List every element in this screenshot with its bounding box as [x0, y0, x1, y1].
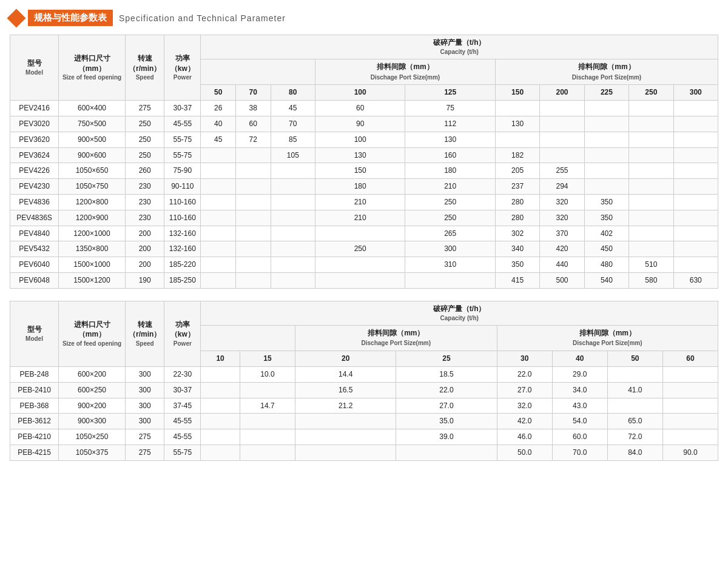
table2-cell — [201, 366, 240, 382]
table1-cell: 130 — [405, 132, 495, 147]
table1-cell — [271, 210, 315, 226]
table1-cell: 210 — [315, 194, 405, 210]
table1-cell: PEV4226 — [10, 163, 59, 179]
th-capacity1: 破碎产量（t/h） Capacity (t/h) — [201, 35, 718, 59]
table2-cell: 55-75 — [164, 445, 201, 460]
table1-cell — [629, 132, 673, 147]
table1-cell: 250 — [126, 132, 164, 147]
table1-cell — [629, 210, 673, 226]
table1-row: PEV48401200×1000200132-160265302370402 — [10, 226, 718, 241]
table1-row: PEV60481500×1200190185-25041550054058063… — [10, 272, 718, 288]
table1-cell: 275 — [126, 101, 164, 116]
table2-cell — [240, 382, 295, 398]
table1-cell: 45 — [271, 101, 315, 116]
table1-cell: 1200×800 — [59, 194, 126, 210]
table2-cell: 42.0 — [497, 414, 552, 429]
table1-cell: 130 — [315, 147, 405, 163]
table1-row: PEV3624900×60025055-75105130160182 — [10, 147, 718, 163]
table2-cell — [396, 445, 497, 460]
table2-cell — [295, 414, 396, 429]
table2-cell: 30-37 — [164, 382, 201, 398]
table2-cell: PEB-4215 — [10, 445, 59, 460]
table1-cell: 45-55 — [164, 116, 201, 132]
th-speed2: 转速 （r/min） Speed — [126, 301, 164, 366]
table1-cell — [540, 101, 584, 116]
table1-cell: 132-160 — [164, 241, 201, 257]
table1-row: PEV60401500×1000200185-22031035044048051… — [10, 257, 718, 273]
table1-cell: 250 — [405, 194, 495, 210]
table1-cell — [235, 194, 271, 210]
th-col-200: 200 — [540, 85, 584, 101]
table1-cell: 300 — [405, 241, 495, 257]
th-col-50: 50 — [201, 85, 236, 101]
th2-col-10: 10 — [201, 351, 240, 367]
table2-cell: 32.0 — [497, 398, 552, 414]
table1-cell: 130 — [495, 116, 539, 132]
table1-cell — [540, 116, 584, 132]
table1-cell: 1200×1000 — [59, 226, 126, 241]
table1-cell — [405, 272, 495, 288]
table2-cell: 34.0 — [552, 382, 607, 398]
table2-cell: 46.0 — [497, 429, 552, 445]
header2-row-1: 型号 Model 进料口尺寸 （mm） Size of feed opening… — [10, 301, 718, 325]
table1-cell: 210 — [315, 210, 405, 226]
table1-cell — [673, 163, 718, 179]
th-blank1 — [201, 59, 315, 85]
table1-cell — [235, 147, 271, 163]
table1-cell: 182 — [495, 147, 539, 163]
table1-cell — [235, 179, 271, 195]
table2-cell: PEB-368 — [10, 398, 59, 414]
table1-row: PEV2416600×40027530-372638456075 — [10, 101, 718, 116]
table2-cell: 27.0 — [396, 398, 497, 414]
table1-cell: 900×500 — [59, 132, 126, 147]
th-col-250: 250 — [629, 85, 673, 101]
table1-cell: 630 — [673, 272, 718, 288]
table2-cell: 29.0 — [552, 366, 607, 382]
table1-cell: 26 — [201, 101, 236, 116]
table1-cell: 480 — [584, 257, 629, 273]
table1-cell — [629, 226, 673, 241]
th2-col-20: 20 — [295, 351, 396, 367]
table1-cell — [201, 272, 236, 288]
table2-row: PEB-248600×20030022-3010.014.418.522.029… — [10, 366, 718, 382]
table1-cell: 200 — [126, 257, 164, 273]
table1-cell: 160 — [405, 147, 495, 163]
table2-row: PEB-42151050×37527555-7550.070.084.090.0 — [10, 445, 718, 460]
th-col-225: 225 — [584, 85, 629, 101]
table1-cell — [629, 116, 673, 132]
th-feed2: 进料口尺寸 （mm） Size of feed opening — [59, 301, 126, 366]
table1-cell — [584, 116, 629, 132]
th-col-300: 300 — [673, 85, 718, 101]
table1-cell — [235, 210, 271, 226]
table1-cell: 255 — [540, 163, 584, 179]
table1-cell: 90 — [315, 116, 405, 132]
table2-cell: 22.0 — [396, 382, 497, 398]
table1-cell: 190 — [126, 272, 164, 288]
table1-cell: 250 — [126, 147, 164, 163]
table2-cell: 14.4 — [295, 366, 396, 382]
table1-cell: PEV4840 — [10, 226, 59, 241]
table2-cell — [201, 414, 240, 429]
table2-cell — [607, 366, 662, 382]
table2-row: PEB-368900×20030037-4514.721.227.032.043… — [10, 398, 718, 414]
table1-cell — [235, 272, 271, 288]
table1-cell — [201, 194, 236, 210]
table1-cell — [235, 163, 271, 179]
table1-cell — [629, 241, 673, 257]
title-en: Specification and Technical Parameter — [119, 13, 286, 23]
table2-cell: 70.0 — [552, 445, 607, 460]
th2-col-15: 15 — [240, 351, 295, 367]
table1-cell: 1350×800 — [59, 241, 126, 257]
th2-discharge: 排料间隙（mm） Dischage Port Size(mm) — [497, 325, 718, 351]
th-discharge1: 排料间隙（mm） Dischage Port Size(mm) — [495, 59, 718, 85]
table1-cell — [629, 101, 673, 116]
table1-cell: 72 — [235, 132, 271, 147]
table1-cell: 1050×650 — [59, 163, 126, 179]
table2-cell: PEB-2410 — [10, 382, 59, 398]
table1-cell: 250 — [405, 210, 495, 226]
table2-cell — [662, 398, 718, 414]
table1-cell — [540, 147, 584, 163]
table2-cell — [201, 382, 240, 398]
table2-cell: 54.0 — [552, 414, 607, 429]
table2-cell — [662, 382, 718, 398]
